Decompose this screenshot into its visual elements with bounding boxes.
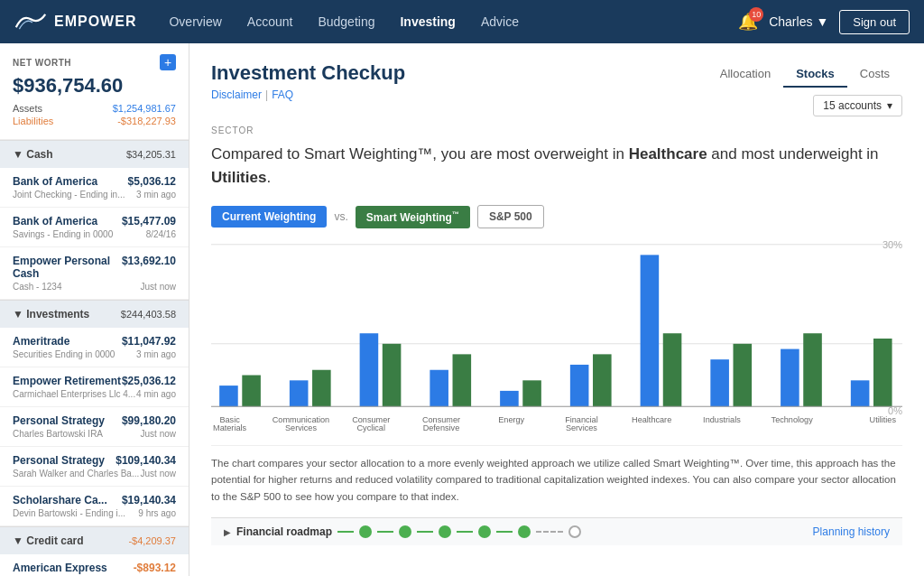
cash-accounts: Bank of America $5,036.12 Joint Checking… — [0, 168, 189, 300]
list-item[interactable]: Personal Strategy $99,180.20 Charles Bar… — [0, 407, 189, 447]
add-account-button[interactable]: + — [160, 54, 176, 70]
bar-energy-smart — [522, 380, 541, 406]
main-nav: Overview Account Budgeting Investing Adv… — [158, 9, 738, 34]
account-name-ps-sarah: Personal Strategy — [13, 454, 105, 467]
list-item[interactable]: Bank of America $5,036.12 Joint Checking… — [0, 168, 189, 208]
roadmap-dot-5 — [518, 525, 531, 538]
logo-icon — [14, 11, 47, 33]
list-item[interactable]: Bank of America $15,477.09 Savings - End… — [0, 208, 189, 247]
tab-costs[interactable]: Costs — [847, 61, 902, 88]
nav-overview[interactable]: Overview — [158, 9, 232, 34]
accounts-dropdown-button[interactable]: 15 accounts ▾ — [813, 95, 902, 116]
account-sub-boa1: Joint Checking - Ending in... — [13, 190, 125, 200]
bar-cons-def-smart — [453, 354, 472, 406]
headline-part3: and most underweight in — [707, 145, 879, 163]
bar-comm-smart — [312, 370, 331, 407]
bar-utilities-smart — [873, 339, 892, 406]
planning-history-link[interactable]: Planning history — [813, 525, 890, 538]
svg-text:Cyclical: Cyclical — [356, 423, 384, 432]
account-amount-boa1: $5,036.12 — [128, 175, 176, 188]
tm-symbol: ™ — [452, 210, 459, 218]
roadmap-dot-3 — [439, 525, 451, 538]
bar-financial-smart — [593, 354, 612, 406]
list-item[interactable]: Scholarshare Ca... $19,140.34 Devin Bart… — [0, 487, 189, 526]
account-sub-ps-charles: Charles Bartowski IRA — [13, 429, 103, 439]
account-name-empower-ret: Empower Retirement — [13, 375, 121, 387]
chart-30-label: 30% — [882, 239, 902, 250]
main-layout: NET WORTH + $936,754.60 Assets $1,254,98… — [0, 43, 924, 576]
account-time-boa2: 8/24/16 — [146, 229, 176, 239]
logo: EMPOWER — [14, 11, 136, 33]
svg-text:Defensive: Defensive — [423, 423, 460, 432]
cash-section-header[interactable]: ▼ Cash $34,205.31 — [0, 140, 189, 168]
investments-accounts: Ameritrade $11,047.92 Securities Ending … — [0, 328, 189, 526]
tab-allocation[interactable]: Allocation — [707, 61, 783, 88]
headline: Compared to Smart Weighting™, you are mo… — [211, 143, 902, 189]
faq-link[interactable]: FAQ — [272, 88, 293, 101]
list-item[interactable]: American Express -$893.12 — [0, 554, 189, 576]
list-item[interactable]: Empower Retirement $25,036.12 Carmichael… — [0, 367, 189, 407]
current-weighting-button[interactable]: Current Weighting — [211, 206, 327, 228]
user-name: Charles — [769, 14, 812, 29]
sector-label: SECTOR — [211, 125, 902, 135]
bar-healthcare-current — [641, 255, 660, 406]
account-time-empower-cash: Just now — [141, 282, 176, 292]
account-name-scholars: Scholarshare Ca... — [13, 494, 107, 506]
roadmap-line-2 — [377, 531, 393, 533]
notification-count: 10 — [749, 7, 763, 22]
assets-value: $1,254,981.67 — [113, 103, 176, 114]
nav-budgeting[interactable]: Budgeting — [307, 9, 385, 34]
account-name-boa2: Bank of America — [13, 215, 97, 228]
nav-right: 🔔 10 Charles ▼ Sign out — [738, 10, 910, 34]
account-name-amex: American Express — [13, 562, 107, 574]
list-item[interactable]: Ameritrade $11,047.92 Securities Ending … — [0, 328, 189, 367]
sidebar: NET WORTH + $936,754.60 Assets $1,254,98… — [0, 43, 189, 576]
nav-account[interactable]: Account — [236, 9, 304, 34]
account-time-scholars: 9 hrs ago — [138, 508, 176, 518]
user-menu-button[interactable]: Charles ▼ — [769, 14, 828, 29]
credit-section-arrow: ▼ Credit card — [13, 534, 84, 547]
bar-basic-materials-current — [219, 386, 238, 406]
page-title: Investment Checkup — [211, 61, 405, 85]
disclaimer-link[interactable]: Disclaimer — [211, 88, 262, 101]
svg-text:Technology: Technology — [772, 415, 814, 424]
bar-technology-current — [781, 349, 799, 407]
tab-stocks[interactable]: Stocks — [783, 61, 847, 88]
assets-label: Assets — [13, 103, 42, 114]
account-amount-ameritrade: $11,047.92 — [122, 335, 176, 348]
bar-cons-def-current — [430, 370, 448, 407]
account-sub-boa2: Savings - Ending in 0000 — [13, 229, 113, 239]
credit-card-section-header[interactable]: ▼ Credit card -$4,209.37 — [0, 526, 189, 554]
bar-basic-materials-smart — [242, 376, 261, 407]
headline-overweight: Healthcare — [629, 145, 707, 163]
net-worth-value: $936,754.60 — [13, 74, 176, 98]
account-name-boa1: Bank of America — [13, 175, 97, 188]
account-time-empower-ret: 4 min ago — [136, 389, 176, 399]
content-header: Investment Checkup Disclaimer | FAQ Allo… — [211, 61, 902, 116]
list-item[interactable]: Personal Strategy $109,140.34 Sarah Walk… — [0, 447, 189, 487]
liabilities-label: Liabilities — [13, 116, 53, 126]
chart-0-label: 0% — [888, 405, 902, 416]
nav-advice[interactable]: Advice — [470, 9, 530, 34]
net-worth-label: NET WORTH — [13, 58, 71, 68]
investments-section-header[interactable]: ▼ Investments $244,403.58 — [0, 300, 189, 328]
list-item[interactable]: Empower Personal Cash $13,692.10 Cash - … — [0, 247, 189, 300]
account-amount-ps-charles: $99,180.20 — [122, 414, 176, 427]
smart-weighting-button[interactable]: Smart Weighting™ — [356, 206, 470, 228]
account-sub-empower-cash: Cash - 1234 — [13, 282, 61, 292]
account-time-ameritrade: 3 min ago — [136, 349, 176, 359]
financial-roadmap-bar[interactable]: ▶ Financial roadmap Planning history — [211, 517, 902, 545]
svg-text:Healthcare: Healthcare — [632, 415, 671, 424]
headline-underweight: Utilities — [211, 169, 266, 186]
svg-text:Services: Services — [285, 423, 317, 432]
roadmap-dashed-line — [536, 531, 563, 533]
notification-bell-button[interactable]: 🔔 10 — [738, 12, 758, 32]
sp500-button[interactable]: S&P 500 — [477, 205, 544, 228]
nav-investing[interactable]: Investing — [389, 9, 466, 34]
account-amount-scholars: $19,140.34 — [122, 494, 176, 506]
chevron-down-icon: ▾ — [887, 99, 892, 112]
sign-out-button[interactable]: Sign out — [839, 10, 910, 34]
account-sub-ameritrade: Securities Ending in 0000 — [13, 349, 115, 359]
bar-cons-cyc-smart — [383, 344, 402, 406]
chevron-down-icon: ▼ — [816, 14, 828, 29]
